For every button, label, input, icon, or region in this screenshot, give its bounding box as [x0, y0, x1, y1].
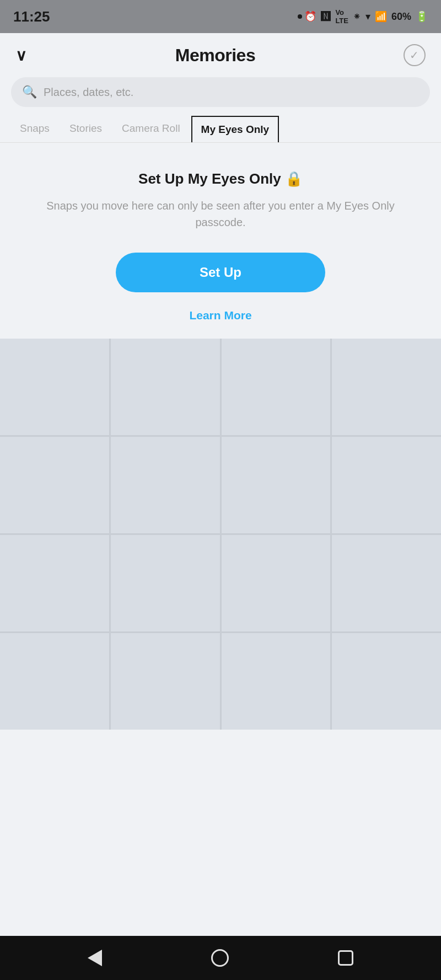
status-bar: 11:25 ⏰ 🅽 VoLTE ⁕ ▾ 📶 60% 🔋: [0, 0, 441, 33]
grid-cell: [0, 535, 109, 631]
recent-apps-button[interactable]: [338, 950, 353, 966]
grid-cell: [222, 339, 331, 435]
back-chevron-icon[interactable]: ∨: [15, 46, 27, 65]
learn-more-link[interactable]: Learn More: [22, 309, 419, 322]
tab-my-eyes-only[interactable]: My Eyes Only: [191, 116, 279, 142]
back-triangle-icon: [88, 950, 102, 966]
search-container: 🔍 Places, dates, etc.: [0, 75, 441, 116]
status-center: ⏰ 🅽 VoLTE ⁕ ▾ 📶 60% 🔋: [298, 8, 428, 25]
status-time: 11:25: [13, 8, 50, 25]
battery-icon: 🔋: [416, 10, 428, 23]
grid-cell: [0, 633, 109, 730]
setup-button[interactable]: Set Up: [116, 253, 325, 292]
wifi-icon: ▾: [365, 10, 370, 23]
nfc-icon: 🅽: [321, 11, 331, 23]
check-icon: ✓: [410, 49, 419, 62]
search-input-placeholder: Places, dates, etc.: [44, 86, 133, 99]
grid-cell: [111, 633, 220, 730]
signal-icon: 📶: [375, 10, 387, 23]
grid-cell: [222, 437, 331, 533]
home-nav-button[interactable]: [211, 949, 229, 967]
bluetooth-icon: ⁕: [353, 10, 361, 23]
tab-stories[interactable]: Stories: [61, 116, 111, 142]
photo-grid: [0, 339, 441, 730]
bottom-navigation: [0, 936, 441, 980]
grid-cell: [111, 437, 220, 533]
grid-cell: [111, 535, 220, 631]
tab-snaps[interactable]: Snaps: [11, 116, 58, 142]
page-title: Memories: [175, 45, 255, 66]
back-nav-button[interactable]: [88, 950, 102, 966]
check-button[interactable]: ✓: [404, 44, 426, 66]
home-circle-icon: [211, 949, 229, 967]
tabs-bar: Snaps Stories Camera Roll My Eyes Only: [0, 116, 441, 143]
search-bar[interactable]: 🔍 Places, dates, etc.: [11, 77, 430, 107]
grid-cell: [0, 339, 109, 435]
recent-square-icon: [338, 950, 353, 966]
status-icons: ⏰ 🅽 VoLTE ⁕ ▾ 📶 60% 🔋: [304, 8, 428, 25]
grid-cell: [332, 339, 441, 435]
grid-cell: [222, 633, 331, 730]
grid-cell: [0, 437, 109, 533]
volte-icon: VoLTE: [335, 8, 348, 25]
alarm-icon: ⏰: [304, 10, 316, 23]
grid-cell: [111, 339, 220, 435]
setup-section: Set Up My Eyes Only 🔒 Snaps you move her…: [0, 143, 441, 339]
status-dot: [298, 14, 302, 19]
tab-camera-roll[interactable]: Camera Roll: [113, 116, 189, 142]
battery-text: 60%: [391, 11, 411, 23]
grid-cell: [332, 535, 441, 631]
setup-description: Snaps you move here can only be seen aft…: [22, 197, 419, 231]
grid-cell: [332, 437, 441, 533]
setup-title: Set Up My Eyes Only 🔒: [22, 170, 419, 188]
memories-header: ∨ Memories ✓: [0, 33, 441, 75]
grid-cell: [222, 535, 331, 631]
search-icon: 🔍: [22, 85, 37, 99]
grid-cell: [332, 633, 441, 730]
